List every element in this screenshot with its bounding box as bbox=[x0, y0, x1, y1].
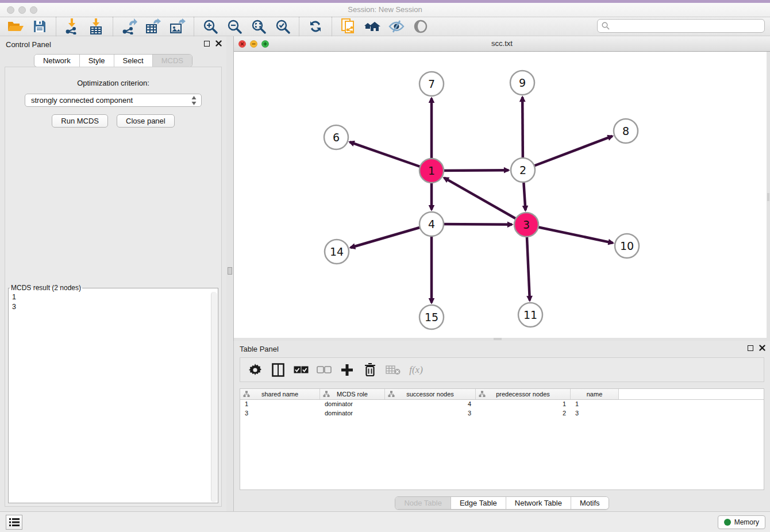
zoom-in-button[interactable] bbox=[198, 17, 222, 36]
deselect-all-button[interactable] bbox=[314, 360, 334, 380]
zoom-selected-button[interactable] bbox=[271, 17, 295, 36]
bottom-resize-grip[interactable] bbox=[494, 338, 502, 340]
graph-node-3[interactable]: 3 bbox=[514, 213, 538, 237]
cell-predecessor-nodes[interactable]: 2 bbox=[476, 409, 571, 418]
table-row[interactable]: 1 dominator 4 1 1 bbox=[240, 400, 764, 409]
network-titlebar[interactable]: scc.txt bbox=[234, 36, 770, 52]
graph-node-10[interactable]: 10 bbox=[615, 234, 639, 258]
graph-node-9[interactable]: 9 bbox=[510, 71, 534, 95]
tree-icon bbox=[323, 391, 330, 398]
tree-icon bbox=[479, 391, 486, 398]
column-header-predecessor-nodes[interactable]: predecessor nodes bbox=[476, 389, 571, 399]
graph-node-8[interactable]: 8 bbox=[614, 119, 638, 143]
zoom-out-button[interactable] bbox=[222, 17, 247, 36]
table-row[interactable]: 3 dominator 3 2 3 bbox=[240, 409, 764, 418]
cell-mcds-role[interactable]: dominator bbox=[320, 400, 385, 409]
graph-edge-3-10[interactable] bbox=[526, 225, 613, 243]
graph-node-7[interactable]: 7 bbox=[419, 72, 444, 96]
tab-network-table[interactable]: Network Table bbox=[506, 497, 571, 509]
canvas-right-gutter bbox=[767, 52, 770, 338]
table-settings-button[interactable] bbox=[245, 360, 265, 380]
cell-mcds-role[interactable]: dominator bbox=[320, 409, 385, 418]
graph-node-11[interactable]: 11 bbox=[518, 303, 542, 327]
tab-mcds[interactable]: MCDS bbox=[152, 55, 192, 67]
overview-button[interactable] bbox=[360, 17, 384, 36]
network-graph: 7968124314101511 bbox=[234, 52, 767, 338]
delete-button[interactable] bbox=[360, 360, 380, 380]
export-table-button[interactable] bbox=[141, 17, 165, 36]
tab-style[interactable]: Style bbox=[79, 55, 114, 67]
zoom-fit-button[interactable] bbox=[247, 17, 271, 36]
cell-name[interactable]: 3 bbox=[571, 409, 619, 418]
window-titlebar: Session: New Session bbox=[0, 3, 770, 17]
tab-edge-table[interactable]: Edge Table bbox=[451, 497, 506, 509]
cell-name[interactable]: 1 bbox=[571, 400, 619, 409]
cell-successor-nodes[interactable]: 4 bbox=[385, 400, 476, 409]
graph-node-6[interactable]: 6 bbox=[324, 125, 348, 149]
save-session-button[interactable] bbox=[28, 17, 52, 36]
node-table[interactable]: shared name MCDS role successor nodes pr… bbox=[240, 388, 764, 490]
table-toolbar: f(x) bbox=[240, 357, 764, 382]
graph-node-15[interactable]: 15 bbox=[419, 305, 444, 329]
tab-select[interactable]: Select bbox=[114, 55, 152, 67]
float-panel-icon[interactable] bbox=[204, 41, 210, 47]
export-network-button[interactable] bbox=[117, 17, 141, 36]
column-header-mcds-role[interactable]: MCDS role bbox=[320, 389, 385, 399]
splitter-grip[interactable] bbox=[228, 267, 232, 275]
column-header-shared-name[interactable]: shared name bbox=[240, 389, 320, 399]
column-header-successor-nodes[interactable]: successor nodes bbox=[385, 389, 476, 399]
tab-motifs[interactable]: Motifs bbox=[571, 497, 609, 509]
duplicate-network-button[interactable] bbox=[336, 17, 360, 36]
memory-button[interactable]: Memory bbox=[718, 515, 765, 529]
import-network-icon bbox=[65, 18, 80, 34]
apply-layout-button[interactable] bbox=[303, 17, 328, 36]
graph-edge-3-1[interactable] bbox=[444, 178, 526, 225]
graph-node-14[interactable]: 14 bbox=[325, 240, 349, 264]
graph-node-2[interactable]: 2 bbox=[511, 158, 535, 182]
hide-details-button[interactable] bbox=[384, 17, 409, 36]
toolbar-separator bbox=[332, 17, 332, 36]
svg-text:14: 14 bbox=[330, 245, 344, 258]
graph-edge-1-6[interactable] bbox=[350, 142, 432, 171]
select-all-button[interactable] bbox=[291, 360, 311, 380]
right-resize-grip[interactable] bbox=[767, 193, 769, 201]
import-network-button[interactable] bbox=[60, 17, 84, 36]
add-column-button[interactable] bbox=[337, 360, 357, 380]
app-window: Session: New Session bbox=[0, 0, 770, 532]
graph-node-4[interactable]: 4 bbox=[419, 212, 444, 236]
close-panel-button[interactable]: Close panel bbox=[117, 114, 175, 128]
refresh-icon bbox=[308, 19, 323, 34]
show-details-button[interactable] bbox=[409, 17, 433, 36]
export-image-button[interactable] bbox=[165, 17, 190, 36]
delete-column-button[interactable] bbox=[383, 360, 403, 380]
graph-edge-2-8[interactable] bbox=[523, 136, 613, 170]
show-columns-button[interactable] bbox=[268, 360, 288, 380]
network-canvas[interactable]: 7968124314101511 bbox=[234, 52, 767, 338]
cell-shared-name[interactable]: 3 bbox=[240, 409, 320, 418]
cell-predecessor-nodes[interactable]: 1 bbox=[476, 400, 571, 409]
import-table-button[interactable] bbox=[84, 17, 109, 36]
open-session-button[interactable] bbox=[3, 17, 28, 36]
svg-text:1: 1 bbox=[428, 164, 435, 177]
cell-shared-name[interactable]: 1 bbox=[240, 400, 320, 409]
search-input[interactable] bbox=[610, 22, 764, 30]
tab-node-table[interactable]: Node Table bbox=[395, 497, 451, 509]
graph-node-1[interactable]: 1 bbox=[419, 159, 444, 183]
eye-icon bbox=[413, 19, 428, 34]
gear-icon bbox=[249, 364, 261, 376]
run-mcds-button[interactable]: Run MCDS bbox=[52, 114, 108, 128]
search-field[interactable] bbox=[597, 19, 765, 33]
task-history-button[interactable] bbox=[6, 515, 22, 530]
result-scrollbar[interactable] bbox=[211, 292, 217, 502]
column-header-name[interactable]: name bbox=[571, 389, 619, 399]
mcds-result-title: MCDS result (2 nodes) bbox=[10, 284, 82, 292]
tab-network[interactable]: Network bbox=[34, 55, 79, 67]
close-table-panel-icon[interactable] bbox=[759, 345, 765, 351]
criterion-select[interactable]: strongly connected component bbox=[25, 94, 202, 107]
float-table-panel-icon[interactable] bbox=[748, 345, 753, 351]
close-panel-icon[interactable] bbox=[215, 40, 222, 47]
table-panel: Table Panel f(x) bbox=[233, 341, 770, 511]
vertical-splitter[interactable] bbox=[226, 36, 233, 511]
function-builder-button[interactable]: f(x) bbox=[406, 360, 426, 380]
cell-successor-nodes[interactable]: 3 bbox=[385, 409, 476, 418]
